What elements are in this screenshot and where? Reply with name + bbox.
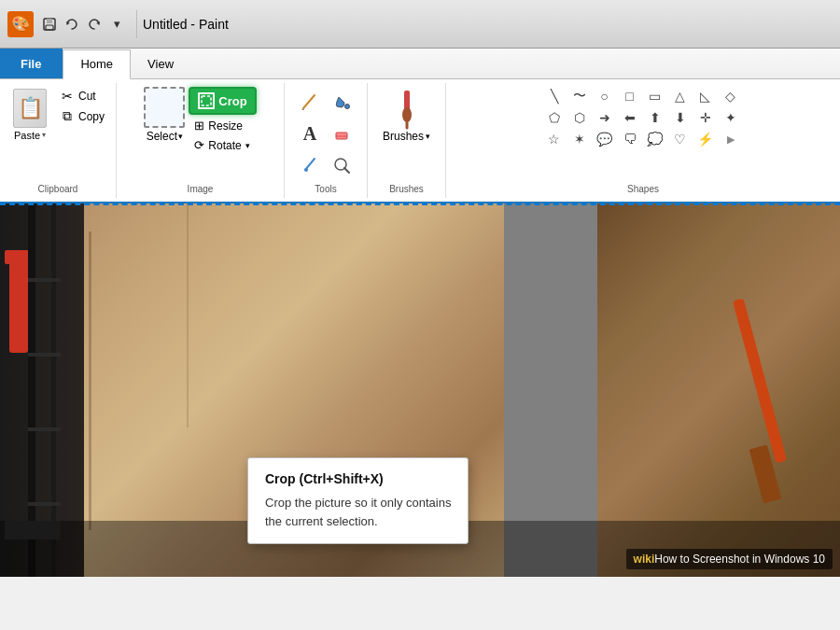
shape-star5[interactable]: ☆ <box>543 130 566 148</box>
copy-label: Copy <box>78 110 105 123</box>
shape-4way-arrow[interactable]: ✛ <box>694 108 717 127</box>
clipboard-label: Clipboard <box>38 184 78 194</box>
svg-line-11 <box>344 168 349 173</box>
shapes-grid: ╲ 〜 ○ □ ▭ △ ◺ ◇ ⬠ ⬡ ➜ ⬅ ⬆ ⬇ ✛ ✦ ☆ ✶ 💬 <box>543 87 744 150</box>
select-arrow: ▾ <box>178 132 183 141</box>
rotate-arrow: ▾ <box>245 141 250 150</box>
svg-point-13 <box>402 107 412 122</box>
shape-right-arrow[interactable]: ➜ <box>594 108 616 127</box>
svg-rect-6 <box>336 133 347 139</box>
separator <box>136 10 137 38</box>
shape-oval-callout[interactable]: 🗨 <box>619 130 641 148</box>
resize-label: Resize <box>208 119 243 133</box>
window-title: Untitled - Paint <box>143 17 229 32</box>
clip-items: ✂ Cut ⧉ Copy <box>56 87 108 126</box>
tools-label: Tools <box>315 184 336 194</box>
select-icon <box>144 87 185 128</box>
undo-button[interactable] <box>62 14 82 35</box>
rotate-icon: ⟳ <box>194 138 204 152</box>
shape-lightning[interactable]: ⚡ <box>694 130 717 148</box>
cut-button[interactable]: ✂ Cut <box>56 87 108 105</box>
crop-label: Crop <box>218 94 246 108</box>
shape-down-arrow[interactable]: ⬇ <box>669 108 692 127</box>
redo-button[interactable] <box>84 14 105 35</box>
brushes-icon <box>390 89 424 130</box>
paste-icon: 📋 <box>13 89 47 128</box>
crop-icon <box>198 92 215 109</box>
shape-hexagon[interactable]: ⬡ <box>568 108 591 127</box>
magnify-button[interactable] <box>327 150 357 180</box>
shape-triangle[interactable]: △ <box>669 87 692 105</box>
tooltip: Crop (Ctrl+Shift+X) Crop the picture so … <box>247 457 469 544</box>
ribbon-tabs: File Home View <box>0 49 840 78</box>
watermark-text: How to Screenshot in Windows 10 <box>654 553 825 566</box>
canvas-area[interactable]: Crop (Ctrl+Shift+X) Crop the picture so … <box>0 203 840 577</box>
svg-point-9 <box>304 168 308 172</box>
pencil-button[interactable] <box>295 87 325 117</box>
brushes-label: Brushes <box>383 130 424 143</box>
paste-label: Paste <box>14 130 40 141</box>
tools-group-content: A <box>292 87 359 180</box>
shape-right-triangle[interactable]: ◺ <box>694 87 717 105</box>
app-icon: 🎨 <box>7 11 34 37</box>
shape-line[interactable]: ╲ <box>543 87 566 105</box>
image-label: Image <box>188 184 214 194</box>
brushes-arrow: ▾ <box>426 132 430 141</box>
color-pick-button[interactable] <box>295 150 325 180</box>
svg-point-5 <box>345 105 350 109</box>
svg-line-4 <box>303 95 315 108</box>
ribbon-content: 📋 Paste ▾ ✂ Cut ⧉ Copy Clipboard <box>0 79 840 203</box>
clipboard-group: 📋 Paste ▾ ✂ Cut ⧉ Copy Clipboard <box>0 83 117 198</box>
quick-access-toolbar: ▾ <box>39 14 127 35</box>
svg-rect-3 <box>202 96 211 105</box>
shapes-label: Shapes <box>627 184 659 194</box>
tab-view[interactable]: View <box>131 49 191 78</box>
fill-button[interactable] <box>327 87 357 117</box>
shape-star4[interactable]: ✦ <box>720 108 742 127</box>
shapes-group-content: ╲ 〜 ○ □ ▭ △ ◺ ◇ ⬠ ⬡ ➜ ⬅ ⬆ ⬇ ✛ ✦ ☆ ✶ 💬 <box>543 87 744 180</box>
tab-home[interactable]: Home <box>63 49 131 79</box>
save-button[interactable] <box>39 14 60 35</box>
shape-heart[interactable]: ♡ <box>669 130 692 148</box>
shape-up-arrow[interactable]: ⬆ <box>644 108 666 127</box>
title-bar: 🎨 ▾ Untitled - Paint <box>0 0 840 49</box>
brushes-group: Brushes ▾ Brushes <box>368 83 446 198</box>
shapes-group: ╲ 〜 ○ □ ▭ △ ◺ ◇ ⬠ ⬡ ➜ ⬅ ⬆ ⬇ ✛ ✦ ☆ ✶ 💬 <box>446 83 840 198</box>
shape-callout[interactable]: 💬 <box>594 130 616 148</box>
brushes-group-content: Brushes ▾ <box>375 87 438 180</box>
shape-diamond[interactable]: ◇ <box>720 87 742 105</box>
resize-icon: ⊞ <box>194 119 204 133</box>
eraser-button[interactable] <box>327 119 357 148</box>
tooltip-title: Crop (Ctrl+Shift+X) <box>265 471 451 486</box>
paste-button[interactable]: 📋 Paste ▾ <box>7 87 52 143</box>
shape-curve[interactable]: 〜 <box>568 87 591 105</box>
brushes-button[interactable]: Brushes ▾ <box>375 87 438 145</box>
copy-icon: ⧉ <box>60 108 75 124</box>
clipboard-group-content: 📋 Paste ▾ ✂ Cut ⧉ Copy <box>7 87 108 180</box>
shape-cloud-callout[interactable]: 💭 <box>644 130 666 148</box>
shape-star6[interactable]: ✶ <box>568 130 591 148</box>
select-button[interactable]: Select ▾ <box>144 87 185 143</box>
brushes-group-label: Brushes <box>389 184 424 194</box>
scissors-icon: ✂ <box>60 89 75 104</box>
tab-file[interactable]: File <box>0 49 63 78</box>
dropdown-button[interactable]: ▾ <box>106 14 127 35</box>
watermark-wiki: wiki <box>634 553 655 566</box>
svg-rect-1 <box>47 19 52 23</box>
select-label: Select <box>147 130 177 143</box>
shape-pentagon[interactable]: ⬠ <box>543 108 566 127</box>
rotate-button[interactable]: ⟳ Rotate ▾ <box>189 136 256 154</box>
selection-border-top <box>0 203 840 205</box>
shape-rect[interactable]: □ <box>619 87 641 105</box>
tools-group: A Tools <box>285 83 368 198</box>
copy-button[interactable]: ⧉ Copy <box>56 106 108 126</box>
image-group-content: Select ▾ Crop ⊞ Resize <box>144 87 256 180</box>
resize-button[interactable]: ⊞ Resize <box>189 117 256 134</box>
shape-more[interactable]: ▶ <box>720 130 742 148</box>
shape-round-rect[interactable]: ▭ <box>644 87 666 105</box>
shape-left-arrow[interactable]: ⬅ <box>619 108 641 127</box>
text-button[interactable]: A <box>295 119 325 148</box>
shape-oval[interactable]: ○ <box>594 87 616 105</box>
crop-button[interactable]: Crop <box>189 87 256 115</box>
main-content: Crop (Ctrl+Shift+X) Crop the picture so … <box>0 203 840 577</box>
